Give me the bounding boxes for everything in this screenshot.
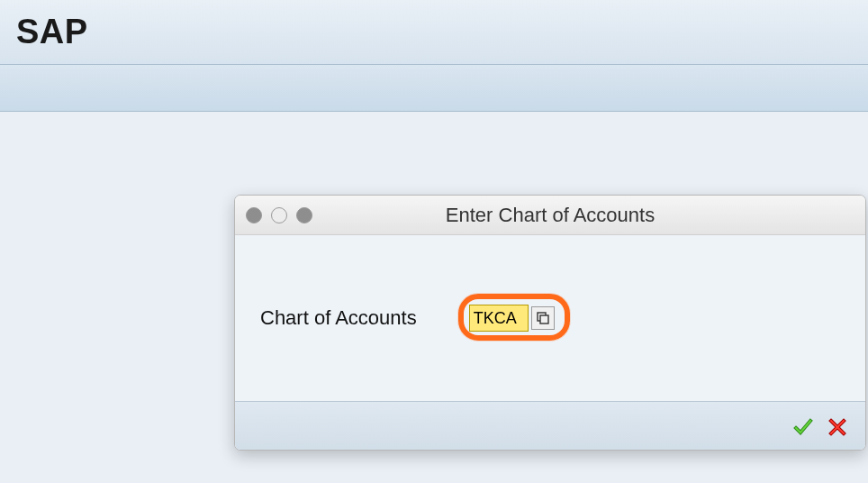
- minimize-icon[interactable]: [271, 207, 287, 223]
- close-icon[interactable]: [246, 207, 262, 223]
- app-title: SAP: [16, 13, 88, 51]
- app-header: SAP: [0, 0, 868, 65]
- app-toolbar: [0, 65, 868, 112]
- dialog-title: Enter Chart of Accounts: [235, 204, 865, 227]
- x-icon: [828, 418, 846, 436]
- dialog-enter-chart-of-accounts: Enter Chart of Accounts Chart of Account…: [234, 195, 866, 451]
- window-controls: [246, 207, 312, 223]
- content-area: Enter Chart of Accounts Chart of Account…: [0, 112, 868, 483]
- dialog-footer: [235, 401, 865, 451]
- chart-of-accounts-label: Chart of Accounts: [260, 306, 417, 330]
- confirm-button[interactable]: [791, 415, 815, 439]
- maximize-icon[interactable]: [296, 207, 312, 223]
- svg-rect-1: [540, 315, 548, 324]
- chart-of-accounts-field-wrap: [469, 305, 555, 332]
- dialog-body: Chart of Accounts: [235, 235, 865, 401]
- value-help-button[interactable]: [531, 306, 555, 330]
- check-icon: [793, 417, 813, 437]
- dialog-titlebar[interactable]: Enter Chart of Accounts: [235, 196, 865, 235]
- cancel-button[interactable]: [826, 415, 849, 439]
- chart-of-accounts-input[interactable]: [469, 305, 529, 332]
- value-help-icon: [536, 311, 550, 325]
